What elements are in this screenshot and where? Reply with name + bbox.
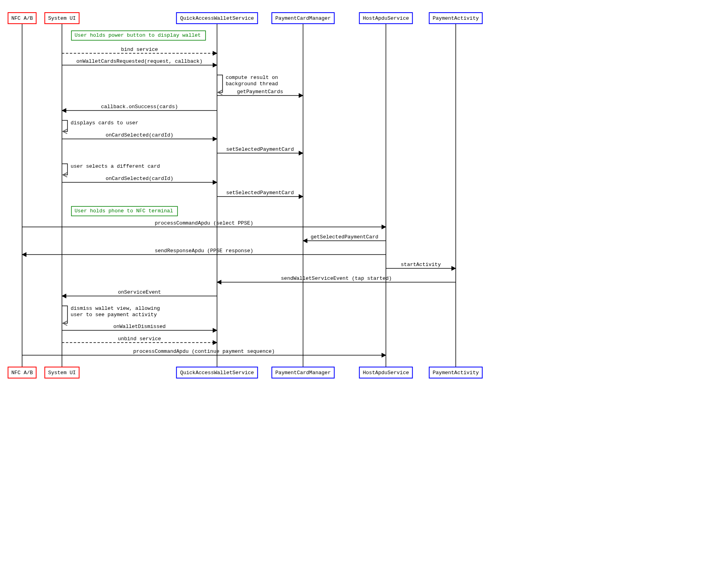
message-label: getPaymentCards xyxy=(237,89,283,95)
participant-label-sysui: System UI xyxy=(48,15,76,21)
participant-label-qaws: QuickAccessWalletService xyxy=(180,15,254,21)
message-label: onCardSelected(cardId) xyxy=(106,132,174,138)
self-message-text: dismiss wallet view, allowing xyxy=(71,305,160,311)
self-message-arrow xyxy=(62,120,67,131)
message-label: setSelectedPaymentCard xyxy=(226,190,294,196)
message-label: bind service xyxy=(121,47,158,52)
participant-label-has: HostApduService xyxy=(363,370,409,376)
message-label: onServiceEvent xyxy=(118,289,161,295)
note-text: User holds phone to NFC terminal xyxy=(75,208,173,214)
self-message-text: compute result on xyxy=(226,75,278,81)
message-label: onCardSelected(cardId) xyxy=(106,176,174,182)
self-message-text: user selects a different card xyxy=(71,163,160,169)
participant-label-nfc: NFC A/B xyxy=(11,370,33,376)
participant-label-pcm: PaymentCardManager xyxy=(275,370,331,376)
participant-label-sysui: System UI xyxy=(48,370,76,376)
message-label: callback.onSuccess(cards) xyxy=(101,104,178,110)
message-label: processCommandApdu (continue payment seq… xyxy=(133,348,275,354)
self-message-text: displays cards to user xyxy=(71,120,138,126)
note-text: User holds power button to display walle… xyxy=(75,32,201,38)
message-label: startActivity xyxy=(401,262,441,268)
participant-label-pa: PaymentActivity xyxy=(432,15,479,21)
participant-label-has: HostApduService xyxy=(363,15,409,21)
message-label: setSelectedPaymentCard xyxy=(226,146,294,152)
self-message-arrow xyxy=(217,75,223,92)
message-label: onWalletDismissed xyxy=(113,324,166,330)
self-message-text: background thread xyxy=(226,81,278,87)
self-message-text: user to see payment activity xyxy=(71,312,157,318)
message-label: unbind service xyxy=(118,336,161,342)
self-message-arrow xyxy=(62,164,67,175)
participant-label-qaws: QuickAccessWalletService xyxy=(180,370,254,376)
message-label: processCommandApdu (select PPSE) xyxy=(155,220,253,226)
participant-label-nfc: NFC A/B xyxy=(11,15,33,21)
message-label: sendWalletServiceEvent (tap started) xyxy=(281,275,392,281)
participant-label-pcm: PaymentCardManager xyxy=(275,15,331,21)
message-label: onWalletCardsRequested(request, callback… xyxy=(77,58,203,64)
message-label: sendResponseApdu (PPSE response) xyxy=(155,248,253,254)
message-label: getSelectedPaymentCard xyxy=(311,234,378,240)
self-message-arrow xyxy=(62,306,67,323)
sequence-diagram: NFC A/BSystem UIQuickAccessWalletService… xyxy=(4,4,492,380)
participant-label-pa: PaymentActivity xyxy=(432,370,479,376)
